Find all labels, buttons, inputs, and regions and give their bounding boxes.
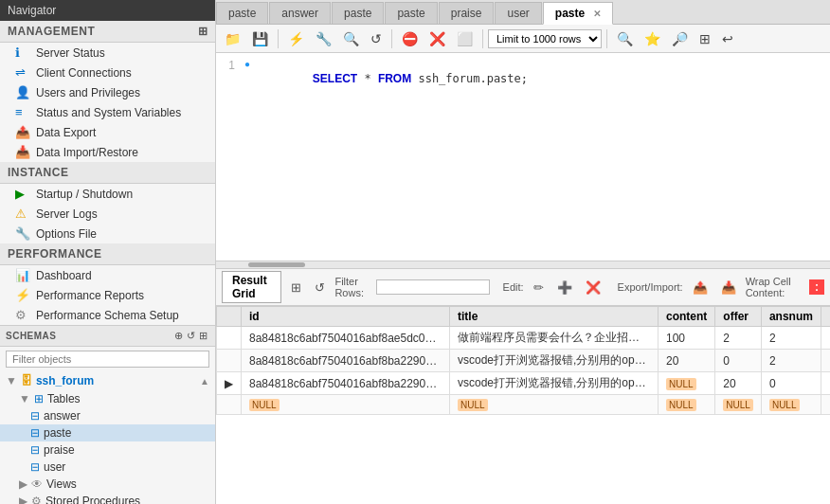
navigator-header: Navigator (0, 0, 215, 21)
tree-item-stored-procedures[interactable]: ▶ ⚙ Stored Procedures (0, 493, 215, 504)
toolbar-bookmark-btn[interactable]: ⭐ (640, 28, 665, 49)
tree-item-paste[interactable]: ⊟ paste (0, 424, 215, 441)
cell-content[interactable]: 100 (659, 327, 715, 350)
cell-offer[interactable]: NULL (715, 395, 762, 415)
management-section-header: MANAGEMENT ⊞ (0, 21, 215, 43)
database-ssh-forum[interactable]: ▼ 🗄 ssh_forum ▲ (0, 371, 215, 390)
sp-label: Stored Procedures (45, 495, 140, 504)
toolbar-find-btn[interactable]: 🔎 (667, 28, 693, 49)
editor-hscroll[interactable] (216, 261, 830, 269)
toolbar-search-btn[interactable]: 🔍 (612, 28, 638, 49)
cell-offer[interactable]: 20 (715, 372, 762, 395)
tab-paste-2[interactable]: paste (332, 2, 384, 24)
export-btn-1[interactable]: 📤 (689, 279, 712, 297)
table-row: 8a84818c6abf7504016abf8ae5dc0001 做前端程序员需… (217, 327, 831, 350)
toolbar-columns-btn[interactable]: ⊞ (695, 28, 715, 49)
export-btn-2[interactable]: 📥 (717, 279, 740, 297)
sidebar-item-startup-shutdown[interactable]: ▶ Startup / Shutdown (0, 184, 215, 204)
toolbar-stop-btn[interactable]: ↺ (366, 28, 387, 49)
sidebar-item-dashboard[interactable]: 📊 Dashboard (0, 265, 215, 285)
cell-content[interactable]: 20 (659, 350, 715, 372)
result-toolbar: Result Grid ⊞ ↺ Filter Rows: Edit: ✏ ➕ ❌… (216, 269, 830, 306)
tree-item-praise[interactable]: ⊟ praise (0, 441, 215, 459)
null-badge: NULL (769, 399, 800, 411)
table-row: 8a84818c6abf7504016abf8ba2290002 vscode打… (217, 350, 831, 372)
cell-content[interactable]: NULL (659, 395, 715, 415)
tab-answer[interactable]: answer (269, 2, 331, 24)
tree-item-answer[interactable]: ⊟ answer (0, 407, 215, 424)
tables-expand-icon: ▼ (19, 392, 30, 405)
col-title[interactable]: title (450, 307, 659, 327)
cell-id[interactable]: 8a84818c6abf7504016abf8ba2290002 (242, 350, 450, 372)
cell-offer[interactable]: 0 (715, 350, 762, 372)
null-badge: NULL (249, 399, 280, 411)
toolbar-rollback-btn[interactable]: ❌ (424, 28, 450, 49)
hscroll-thumb (248, 262, 305, 267)
schemas-expand-btn[interactable]: ⊞ (197, 330, 209, 342)
tab-praise[interactable]: praise (439, 2, 495, 24)
sql-code-line[interactable]: SELECT * FROM ssh_forum.paste; (258, 59, 528, 99)
tab-paste-active[interactable]: paste ✕ (543, 2, 613, 25)
cell-id[interactable]: 8a84818c6abf7504016abf8ae5dc0001 (242, 327, 450, 350)
sidebar-item-performance-reports[interactable]: ⚡ Performance Reports (0, 285, 215, 305)
sidebar-item-server-status[interactable]: ℹ Server Status (0, 43, 215, 63)
schemas-refresh-btn[interactable]: ↺ (185, 330, 197, 342)
cell-id[interactable]: 8a84818c6abf7504016abf8ba2290003 (242, 372, 450, 395)
edit-btn-3[interactable]: ❌ (582, 279, 604, 297)
col-id[interactable]: id (242, 307, 450, 327)
cell-title[interactable]: vscode打开浏览器报错,分别用的open in bro... (450, 372, 659, 395)
export-label: Export/Import: (618, 281, 683, 293)
toolbar-commit-btn[interactable]: ⛔ (397, 28, 423, 49)
cell-ansnum[interactable]: NULL (761, 395, 821, 415)
col-content[interactable]: content (659, 307, 715, 327)
sidebar-item-client-connections[interactable]: ⇌ Client Connections (0, 63, 215, 82)
tab-user[interactable]: user (495, 2, 541, 24)
cell-content[interactable]: NULL (659, 372, 715, 395)
cell-ansnum[interactable]: 0 (761, 372, 821, 395)
cell-offer[interactable]: 2 (715, 327, 762, 350)
toolbar-save-btn[interactable]: 💾 (247, 28, 273, 49)
tree-item-views[interactable]: ▶ 👁 Views (0, 476, 215, 493)
result-grid-view-btn[interactable]: ⊞ (287, 279, 305, 297)
sidebar-item-server-logs[interactable]: ⚠ Server Logs (0, 204, 215, 224)
tab-paste-3[interactable]: paste (385, 2, 437, 24)
toolbar-execute-btn[interactable]: ⚡ (283, 28, 309, 49)
cell-ansnum[interactable]: 2 (761, 350, 821, 372)
cell-id[interactable]: NULL (242, 395, 450, 415)
sidebar-item-performance-schema[interactable]: ⚙ Performance Schema Setup (0, 305, 215, 325)
result-refresh-btn[interactable]: ↺ (311, 279, 329, 297)
client-connections-icon: ⇌ (15, 65, 30, 80)
wrap-label: Wrap Cell Content: (746, 276, 802, 298)
tab-paste-1[interactable]: paste (216, 2, 268, 24)
sidebar-item-data-import[interactable]: 📥 Data Import/Restore (0, 142, 215, 162)
result-grid-tab[interactable]: Result Grid (222, 271, 281, 303)
sidebar-item-users-privileges[interactable]: 👤 Users and Privileges (0, 82, 215, 102)
edit-btn-2[interactable]: ➕ (553, 279, 576, 297)
toolbar-autocommit-btn[interactable]: ⬜ (452, 28, 478, 49)
toolbar-wrap-btn[interactable]: ↩ (717, 28, 738, 49)
toolbar-open-btn[interactable]: 📁 (220, 28, 245, 49)
schema-filter-input[interactable] (6, 351, 209, 368)
filter-rows-input[interactable] (376, 279, 490, 295)
schemas-add-btn[interactable]: ⊕ (172, 330, 185, 342)
sidebar-item-status-variables[interactable]: ≡ Status and System Variables (0, 102, 215, 122)
col-ansnum[interactable]: ansnum (761, 307, 821, 327)
toolbar-execute-selection-btn[interactable]: 🔧 (311, 28, 336, 49)
limit-select[interactable]: Limit to 1000 rows (488, 29, 602, 48)
sidebar-item-data-export[interactable]: 📤 Data Export (0, 122, 215, 142)
cell-ansnum[interactable]: 2 (761, 327, 821, 350)
tab-close-btn[interactable]: ✕ (593, 9, 601, 19)
tree-item-user[interactable]: ⊟ user (0, 459, 215, 476)
tree-item-tables[interactable]: ▼ ⊞ Tables (0, 390, 215, 407)
col-offer[interactable]: offer (715, 307, 762, 327)
sql-editor[interactable]: 1 ● SELECT * FROM ssh_forum.paste; (216, 53, 830, 261)
cell-title[interactable]: 做前端程序员需要会什么？企业招聘求是... (450, 327, 659, 350)
cell-title[interactable]: NULL (450, 395, 659, 415)
edit-btn-1[interactable]: ✏ (530, 279, 548, 297)
toolbar-explain-btn[interactable]: 🔍 (338, 28, 364, 49)
sidebar-item-options-file[interactable]: 🔧 Options File (0, 224, 215, 243)
management-expand-icon[interactable]: ⊞ (198, 25, 208, 38)
result-grid-container[interactable]: id title content offer ansnum 8a84818c6a… (216, 306, 830, 504)
views-expand-icon: ▶ (19, 477, 27, 491)
cell-title[interactable]: vscode打开浏览器报错,分别用的open in bro... (450, 350, 659, 372)
